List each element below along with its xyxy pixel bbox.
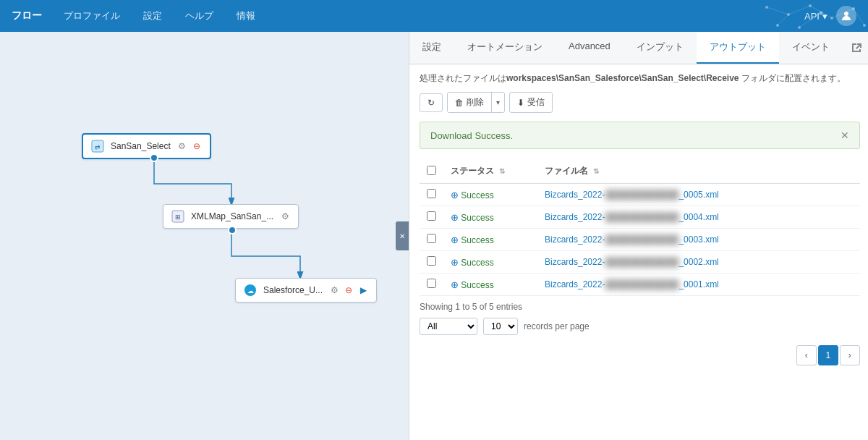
nav-profile[interactable]: プロファイル (59, 7, 124, 25)
svg-point-5 (863, 24, 866, 27)
records-per-page-label: records per page (524, 321, 590, 331)
node3-actions: ⚙ ⊖ ▶ (328, 284, 369, 296)
flow-canvas: ⇄ SanSan_Select ⚙ ⊖ ⊞ XMLMap_SanSan_... … (0, 32, 409, 440)
salesforce-icon: ☁ (243, 283, 258, 297)
delete-button[interactable]: 🗑 削除 (448, 93, 492, 112)
node3-gear-icon[interactable]: ⚙ (328, 284, 340, 296)
refresh-icon: ↻ (427, 98, 435, 108)
nav-items: プロファイル 設定 ヘルプ 情報 (59, 7, 804, 25)
node1-actions: ⚙ ⊖ (176, 140, 203, 152)
row-checkbox-4[interactable] (427, 279, 436, 288)
node3-label: Salesforce_U... (263, 285, 323, 295)
row-status-3: Success (461, 258, 493, 268)
nav-info[interactable]: 情報 (232, 7, 260, 25)
user-avatar[interactable] (836, 6, 856, 26)
receive-button[interactable]: ⬇ 受信 (509, 92, 553, 113)
node3-play-icon[interactable]: ▶ (357, 284, 369, 296)
row-status-2: Success (461, 235, 493, 245)
row-info-icon-0[interactable]: ⊕ (451, 190, 459, 200)
tab-advanced[interactable]: Advanced (556, 32, 624, 64)
row-checkbox-cell (420, 206, 443, 229)
svg-point-7 (798, 26, 801, 29)
row-filename-0[interactable]: Bizcards_2022-████████████_0005.xml (545, 190, 719, 200)
table-row: ⊕ Success Bizcards_2022-████████████_000… (420, 251, 860, 274)
row-checkbox-cell (420, 274, 443, 296)
tab-settings[interactable]: 設定 (409, 32, 454, 64)
delete-dropdown[interactable]: ▾ (492, 93, 504, 112)
row-info-icon-4[interactable]: ⊕ (451, 279, 459, 290)
nav-help[interactable]: ヘルプ (181, 7, 218, 25)
node2-gear-icon[interactable]: ⚙ (279, 211, 291, 222)
status-sort-icon[interactable]: ⇅ (499, 167, 505, 175)
table-footer: Showing 1 to 5 of 5 entries All Success … (420, 296, 860, 377)
api-button[interactable]: API ▾ (804, 11, 827, 22)
table-row: ⊕ Success Bizcards_2022-████████████_000… (420, 184, 860, 206)
row-filename-4[interactable]: Bizcards_2022-████████████_0001.xml (545, 279, 719, 289)
flow-node-sansan-select[interactable]: ⇄ SanSan_Select ⚙ ⊖ (82, 133, 211, 159)
filter-row: All Success Error 10 25 50 records per p… (420, 318, 860, 335)
row-filename-3[interactable]: Bizcards_2022-████████████_0002.xml (545, 257, 719, 267)
download-icon: ⬇ (517, 98, 524, 108)
connector-icon: ⇄ (90, 139, 105, 153)
tab-bar: 設定 オートメーション Advanced インプット アウトプット イベント (409, 32, 868, 64)
flow-node-salesforce[interactable]: ☁ Salesforce_U... ⚙ ⊖ ▶ (235, 278, 377, 302)
flow-node-xmlmap[interactable]: ⊞ XMLMap_SanSan_... ⚙ (163, 204, 299, 229)
tab-event[interactable]: イベント (779, 32, 843, 64)
svg-text:☁: ☁ (247, 287, 254, 295)
success-message: Download Success. ✕ (420, 122, 860, 149)
page-1-button[interactable]: 1 (818, 345, 838, 365)
row-info-icon-3[interactable]: ⊕ (451, 257, 459, 268)
node1-gear-icon[interactable]: ⚙ (176, 140, 188, 152)
tab-automation[interactable]: オートメーション (454, 32, 556, 64)
header-status: ステータス ⇅ (443, 159, 537, 184)
row-checkbox-0[interactable] (427, 189, 436, 198)
row-checkbox-cell (420, 251, 443, 274)
success-close-button[interactable]: ✕ (841, 130, 849, 141)
table-header-row: ステータス ⇅ ファイル名 ⇅ (420, 159, 860, 184)
svg-text:⊞: ⊞ (175, 213, 181, 221)
row-status-0: Success (461, 190, 493, 200)
row-info-icon-2[interactable]: ⊕ (451, 234, 459, 245)
node1-label: SanSan_Select (111, 141, 171, 151)
row-filename-1[interactable]: Bizcards_2022-████████████_0004.xml (545, 212, 719, 222)
map-icon: ⊞ (171, 209, 185, 224)
select-all-checkbox[interactable] (427, 166, 436, 175)
table-row: ⊕ Success Bizcards_2022-████████████_000… (420, 274, 860, 296)
delete-button-group: 🗑 削除 ▾ (447, 92, 505, 113)
panel-content: 処理されたファイルはworkspaces\SanSan_Salesforce\S… (409, 64, 868, 440)
row-checkbox-1[interactable] (427, 211, 436, 221)
panel-close-button[interactable]: ✕ (396, 221, 409, 250)
row-filename-2[interactable]: Bizcards_2022-████████████_0003.xml (545, 234, 719, 245)
table-row: ⊕ Success Bizcards_2022-████████████_000… (420, 206, 860, 229)
header-checkbox-cell (420, 159, 443, 184)
tab-external-link[interactable] (843, 32, 868, 64)
status-filter-select[interactable]: All Success Error (420, 318, 477, 335)
nav-settings[interactable]: 設定 (139, 7, 166, 25)
tab-input[interactable]: インプット (624, 32, 697, 64)
node2-actions: ⚙ (279, 211, 291, 222)
right-panel: 設定 オートメーション Advanced インプット アウトプット イベント 処… (409, 32, 868, 440)
node1-delete-icon[interactable]: ⊖ (191, 140, 203, 152)
refresh-button[interactable]: ↻ (420, 93, 443, 112)
next-page-button[interactable]: › (840, 345, 860, 365)
nav-right: API ▾ (804, 6, 856, 26)
pagination: ‹ 1 › (420, 339, 860, 371)
filename-sort-icon[interactable]: ⇅ (593, 167, 599, 175)
prev-page-button[interactable]: ‹ (796, 345, 817, 365)
output-table: ステータス ⇅ ファイル名 ⇅ ⊕ Success (420, 159, 860, 296)
node2-bottom-connector[interactable] (228, 226, 237, 234)
row-status-1: Success (461, 213, 493, 223)
showing-text: Showing 1 to 5 of 5 entries (420, 302, 860, 312)
row-checkbox-3[interactable] (427, 256, 436, 266)
flow-connections (0, 32, 409, 440)
trash-icon: 🗑 (455, 98, 464, 108)
row-checkbox-2[interactable] (427, 234, 436, 243)
tab-output[interactable]: アウトプット (697, 32, 779, 64)
brand-logo: フロー (12, 9, 42, 22)
per-page-select[interactable]: 10 25 50 (483, 318, 518, 335)
node3-delete-icon[interactable]: ⊖ (343, 284, 354, 296)
row-checkbox-cell (420, 229, 443, 251)
header-filename: ファイル名 ⇅ (537, 159, 860, 184)
node1-bottom-connector[interactable] (150, 153, 158, 162)
row-info-icon-1[interactable]: ⊕ (451, 212, 459, 223)
